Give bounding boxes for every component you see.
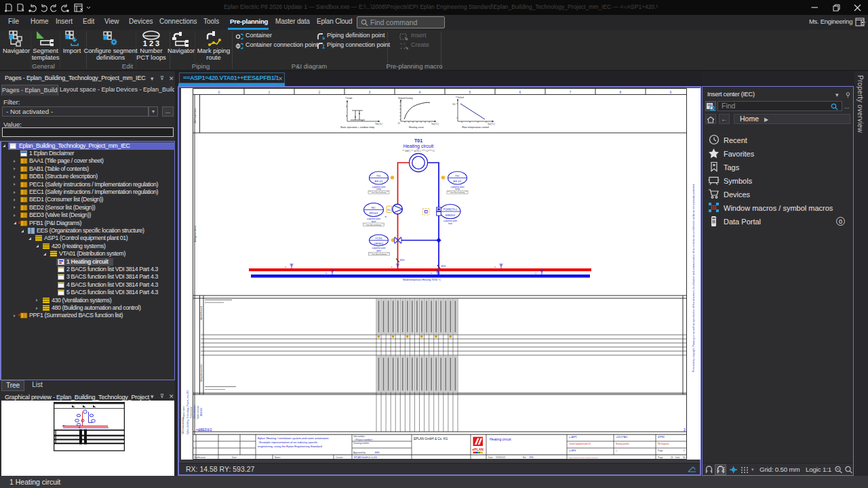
svg-text:PP001: PP001	[369, 211, 378, 215]
svg-text:=: =	[285, 266, 286, 268]
svg-text:- Example representation of an: - Example representation of an industry-…	[258, 441, 317, 444]
svg-text:engineering, using the Eplan E: engineering, using the Eplan Engineering…	[258, 445, 322, 448]
svg-text:=+ASP1: =+ASP1	[569, 436, 577, 439]
svg-text:=+EES: =+EES	[569, 449, 576, 452]
svg-text:<Project number>: <Project number>	[355, 439, 373, 441]
svg-text:EF-01: EF-01	[375, 180, 384, 183]
svg-text:Approved by: Approved by	[353, 451, 366, 454]
svg-text:Control equipment plant 01: Control equipment plant 01	[569, 443, 591, 445]
svg-text:VEN01: VEN01	[374, 242, 384, 245]
svg-text:+420.VTA01: +420.VTA01	[616, 436, 628, 439]
svg-text:*** freie Beschreibung ***: *** freie Beschreibung ***	[363, 224, 383, 226]
svg-text:Setpoint heating: Setpoint heating	[398, 97, 413, 100]
svg-text:3: 3	[369, 90, 371, 94]
svg-text:HZG: HZG	[400, 259, 405, 262]
svg-text:Page: Page	[658, 456, 663, 459]
svg-text:6: 6	[519, 90, 521, 94]
svg-text:Niedertemperatur-Heizung 70/50: Niedertemperatur-Heizung 70/50 °C	[403, 279, 441, 281]
svg-text:*** freie Beschreibung ***: *** freie Beschreibung ***	[448, 191, 467, 194]
svg-text:+: +	[616, 449, 617, 452]
svg-text:m: m	[385, 216, 387, 218]
svg-text:Tout [°C ]: Tout [°C ]	[431, 123, 439, 125]
svg-text:*** freie Beschreibung ***: *** freie Beschreibung ***	[369, 191, 389, 194]
svg-text:9: 9	[670, 90, 672, 94]
svg-text:1: 1	[684, 449, 685, 452]
svg-text:5: 5	[469, 90, 471, 94]
svg-text:GA-Funktionalstruktur: GA-Funktionalstruktur	[182, 417, 184, 434]
svg-text:64: 64	[683, 456, 686, 459]
svg-text:YC51: YC51	[375, 237, 383, 240]
svg-text:TIC: TIC	[455, 174, 460, 178]
svg-text:Static operation + outdoor tem: Static operation + outdoor temp	[340, 126, 374, 129]
svg-text:Protected by copyright. Passin: Protected by copyright. Passing on as we…	[692, 184, 695, 372]
svg-text:=: =	[431, 272, 432, 274]
svg-text:Flow temperature control: Flow temperature control	[462, 126, 489, 129]
svg-text:RZG: RZG	[441, 265, 446, 268]
svg-text:temp: temp	[376, 188, 381, 190]
svg-text:Date: Date	[232, 456, 237, 459]
svg-text:GA Raumlinien: GA Raumlinien	[194, 108, 197, 124]
svg-text:Eplan version:: Eplan version:	[197, 405, 199, 419]
svg-text:=: =	[326, 272, 327, 274]
svg-text:P&I Diagrams: P&I Diagrams	[658, 443, 669, 445]
svg-text:Eplan 'Heating / ventilation s: Eplan 'Heating / ventilation system and …	[258, 436, 329, 440]
svg-text:=: =	[535, 272, 536, 274]
svg-text:1: 1	[269, 90, 271, 94]
svg-text:Equipotential specific locatio: Equipotential specific location structur…	[569, 457, 599, 459]
svg-text:Name: Name	[275, 456, 281, 459]
svg-text:heat: heat	[448, 222, 452, 225]
svg-text:KC: KC	[387, 209, 391, 211]
svg-text:-15: -15	[397, 122, 400, 125]
svg-text:Commission:: Commission:	[190, 406, 193, 419]
svg-text:Heating curve: Heating curve	[409, 126, 424, 129]
svg-text:Aktorik/Sensorik: Aktorik/Sensorik	[200, 306, 203, 320]
svg-text:0: 0	[218, 90, 220, 94]
svg-text:Time [ h ]: Time [ h ]	[375, 123, 382, 125]
svg-text:2: 2	[319, 90, 321, 94]
svg-text:Project name:: Project name:	[182, 405, 185, 419]
svg-text:T inside: T inside	[345, 97, 353, 100]
svg-text:NC: NC	[372, 206, 376, 209]
svg-text:T Vorlauf: T Vorlauf	[456, 96, 464, 99]
svg-text:8: 8	[620, 90, 622, 94]
svg-text:=: =	[494, 266, 496, 268]
svg-text:temp: temp	[455, 188, 460, 190]
svg-text:EES: EES	[375, 451, 379, 454]
svg-text:20: 20	[671, 456, 673, 459]
svg-text:EPLAN GmbH & Co.KG: EPLAN GmbH & Co.KG	[354, 456, 378, 459]
svg-text:4: 4	[419, 90, 421, 94]
svg-text:&PFB1: &PFB1	[658, 436, 665, 439]
svg-text:open: open	[376, 249, 381, 252]
svg-text:Heating circuit: Heating circuit	[490, 437, 511, 441]
svg-text:T01: T01	[414, 138, 422, 143]
svg-text:Creator: Creator	[336, 456, 344, 459]
svg-text:Eplan_Building_Technology_Proj: Eplan_Building_Technology_Project_mm_IEC	[186, 390, 189, 434]
svg-text:9/29/2025: 9/29/2025	[496, 456, 505, 459]
svg-text:Date: Date	[488, 456, 493, 459]
svg-text:EF-01: EF-01	[454, 180, 462, 183]
svg-text:2026.0.3: 2026.0.3	[200, 408, 203, 417]
svg-text:EPLAN GmbH & Co. KG: EPLAN GmbH & Co. KG	[414, 437, 448, 441]
svg-text:WM201: WM201	[446, 214, 456, 217]
svg-text:TIC: TIC	[376, 174, 381, 178]
svg-text:*** freie Beschreibung ***: *** freie Beschreibung ***	[369, 253, 389, 256]
svg-text:=&BED3/2: =&BED3/2	[196, 428, 212, 432]
svg-text:=: =	[391, 266, 393, 268]
svg-text:ePLAN: ePLAN	[473, 447, 484, 451]
svg-text:<Commission>: <Commission>	[193, 405, 196, 419]
svg-text:7: 7	[570, 90, 572, 94]
svg-text:FQI(B)(TD+): FQI(B)(TD+)	[443, 208, 457, 211]
svg-text:Heating systems: Heating systems	[616, 443, 630, 445]
svg-text:2: 2	[684, 428, 686, 432]
svg-text:Job number: Job number	[353, 435, 366, 438]
svg-text:ERL: ERL	[530, 456, 534, 459]
svg-text:Ed.: Ed.	[523, 456, 526, 459]
svg-text:Tout [°C ]: Tout [°C ]	[488, 123, 495, 125]
svg-text:100: 100	[452, 103, 456, 106]
svg-text:from: from	[675, 456, 680, 459]
svg-text:Heating circuit: Heating circuit	[403, 144, 433, 149]
svg-text:Modification: Modification	[194, 456, 205, 459]
svg-text:Anlagenschema: Anlagenschema	[194, 226, 197, 242]
svg-text:Drawing number: Drawing number	[353, 442, 370, 445]
svg-text:Anlagenkennzeichen: Anlagenkennzeichen	[200, 364, 203, 382]
